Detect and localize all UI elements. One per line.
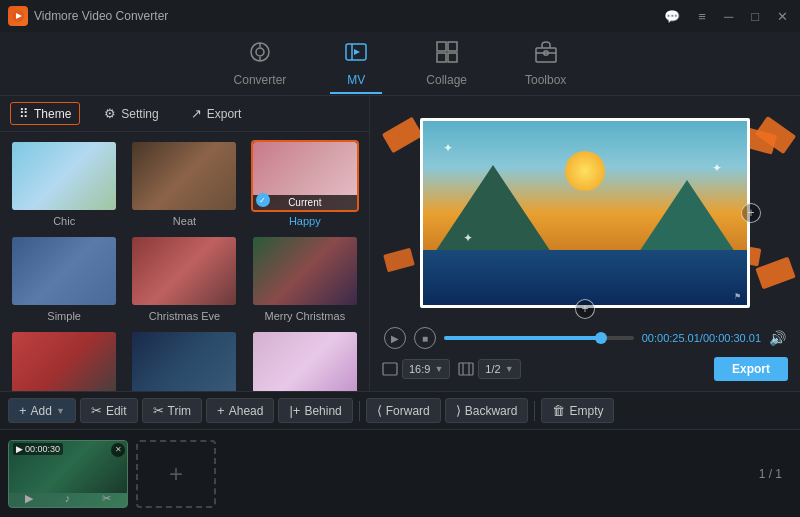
list-item[interactable]: Neat xyxy=(128,140,240,227)
list-item[interactable]: Snowy Night xyxy=(128,330,240,391)
volume-icon[interactable]: 🔊 xyxy=(769,330,786,346)
theme-thumb-merry[interactable] xyxy=(251,235,359,307)
right-panel: ✦ ✦ ✦ + + ⚑ ▶ ■ 00:00:25.01/00:00:30.01 … xyxy=(370,96,800,391)
progress-bar[interactable] xyxy=(444,336,634,340)
resolution-arrow-icon: ▼ xyxy=(505,364,514,374)
add-bottom-btn[interactable]: + xyxy=(575,299,595,319)
close-btn[interactable]: ✕ xyxy=(773,7,792,26)
left-panel: ⠿ Theme ⚙ Setting ↗ Export Chic xyxy=(0,96,370,391)
behind-button[interactable]: |+ Behind xyxy=(278,398,352,423)
trim-button[interactable]: ✂ Trim xyxy=(142,398,203,423)
nav-bar: Converter MV Collage xyxy=(0,32,800,96)
add-right-btn[interactable]: + xyxy=(741,203,761,223)
list-item[interactable]: Santa Claus xyxy=(8,330,120,391)
sparkle-1: ✦ xyxy=(443,141,453,155)
empty-label: Empty xyxy=(569,404,603,418)
resolution-value: 1/2 xyxy=(485,363,500,375)
edit-button[interactable]: ✂ Edit xyxy=(80,398,138,423)
preview-frame: ✦ ✦ ✦ + + ⚑ xyxy=(420,118,750,308)
theme-label-neat: Neat xyxy=(173,215,196,227)
theme-thumb-simple[interactable] xyxy=(10,235,118,307)
tab-theme[interactable]: ⠿ Theme xyxy=(10,102,80,125)
list-item[interactable]: Current ✓ Happy xyxy=(249,140,361,227)
trim-icon: ✂ xyxy=(153,403,164,418)
backward-icon: ⟩ xyxy=(456,403,461,418)
add-arrow-icon: ▼ xyxy=(56,406,65,416)
svg-point-3 xyxy=(256,48,264,56)
sparkle-3: ✦ xyxy=(463,231,473,245)
list-item[interactable]: Christmas Eve xyxy=(128,235,240,322)
clip-close-btn[interactable]: ✕ xyxy=(111,443,125,457)
trash-icon: 🗑 xyxy=(552,403,565,418)
nav-collage[interactable]: Collage xyxy=(412,34,481,93)
export-button[interactable]: Export xyxy=(714,357,788,381)
clip-play-icon[interactable]: ▶ xyxy=(25,492,33,505)
clip-cut-icon[interactable]: ✂ xyxy=(102,492,111,505)
theme-thumb-snowy[interactable] xyxy=(130,330,238,391)
clip-duration-icon: ▶ xyxy=(16,444,23,454)
add-label: Add xyxy=(31,404,52,418)
time-display: 00:00:25.01/00:00:30.01 xyxy=(642,332,761,344)
forward-button[interactable]: ⟨ Forward xyxy=(366,398,441,423)
minimize-btn[interactable]: ─ xyxy=(720,7,737,26)
export-arrow-icon: ↗ xyxy=(191,106,202,121)
ratio-select[interactable]: 16:9 ▼ xyxy=(402,359,450,379)
orange-deco-bl xyxy=(383,248,415,273)
theme-thumb-happy[interactable]: Current ✓ xyxy=(251,140,359,212)
mountain-left xyxy=(433,165,553,255)
list-item[interactable]: Stripes & Waves xyxy=(249,330,361,391)
resolution-select[interactable]: 1/2 ▼ xyxy=(478,359,520,379)
tab-setting[interactable]: ⚙ Setting xyxy=(96,103,166,124)
menu-icon[interactable]: ≡ xyxy=(694,7,710,26)
setting-gear-icon: ⚙ xyxy=(104,106,116,121)
tab-setting-label: Setting xyxy=(121,107,158,121)
add-clip-button[interactable]: + xyxy=(136,440,216,508)
theme-label-chic: Chic xyxy=(53,215,75,227)
ahead-button[interactable]: + Ahead xyxy=(206,398,274,423)
panel-tabs: ⠿ Theme ⚙ Setting ↗ Export xyxy=(0,96,369,132)
theme-thumb-santa[interactable] xyxy=(10,330,118,391)
nav-converter[interactable]: Converter xyxy=(220,34,301,93)
timeline-area: ▶ 00:00:30 ✕ ▶ ♪ ✂ + 1 / 1 xyxy=(0,429,800,517)
trim-label: Trim xyxy=(168,404,192,418)
title-bar: Vidmore Video Converter 💬 ≡ ─ □ ✕ xyxy=(0,0,800,32)
empty-button[interactable]: 🗑 Empty xyxy=(541,398,614,423)
bottom-toolbar: + Add ▼ ✂ Edit ✂ Trim + Ahead |+ Behind … xyxy=(0,391,800,429)
ahead-icon: + xyxy=(217,403,225,418)
tab-export-label: Export xyxy=(207,107,242,121)
res-icon-group: 1/2 ▼ xyxy=(458,359,520,379)
theme-thumb-stripes[interactable] xyxy=(251,330,359,391)
list-item[interactable]: Merry Christmas xyxy=(249,235,361,322)
ahead-label: Ahead xyxy=(229,404,264,418)
theme-thumb-neat[interactable] xyxy=(130,140,238,212)
list-item[interactable]: Chic xyxy=(8,140,120,227)
progress-fill xyxy=(444,336,601,340)
list-item[interactable]: Simple xyxy=(8,235,120,322)
forward-label: Forward xyxy=(386,404,430,418)
clip-duration-value: 00:00:30 xyxy=(25,444,60,454)
stop-button[interactable]: ■ xyxy=(414,327,436,349)
nav-toolbox[interactable]: Toolbox xyxy=(511,34,580,93)
theme-thumb-chic[interactable] xyxy=(10,140,118,212)
progress-handle[interactable] xyxy=(595,332,607,344)
theme-thumb-christmas[interactable] xyxy=(130,235,238,307)
clip-audio-icon[interactable]: ♪ xyxy=(65,492,71,505)
themes-grid: Chic Neat Current ✓ Happy xyxy=(0,132,369,391)
chat-icon[interactable]: 💬 xyxy=(660,7,684,26)
watermark: ⚑ xyxy=(734,292,741,301)
check-badge: ✓ xyxy=(256,193,270,207)
theme-label-merry: Merry Christmas xyxy=(264,310,345,322)
backward-button[interactable]: ⟩ Backward xyxy=(445,398,529,423)
nav-mv[interactable]: MV xyxy=(330,34,382,93)
nav-converter-label: Converter xyxy=(234,73,287,87)
play-button[interactable]: ▶ xyxy=(384,327,406,349)
controls-row: 16:9 ▼ 1/2 ▼ Export xyxy=(380,357,790,381)
svg-rect-7 xyxy=(437,42,446,51)
timeline-clip[interactable]: ▶ 00:00:30 ✕ ▶ ♪ ✂ xyxy=(8,440,128,508)
maximize-btn[interactable]: □ xyxy=(747,7,763,26)
theme-label-simple: Simple xyxy=(47,310,81,322)
clip-duration: ▶ 00:00:30 xyxy=(13,443,63,455)
add-button[interactable]: + Add ▼ xyxy=(8,398,76,423)
theme-label-happy: Happy xyxy=(289,215,321,227)
tab-export[interactable]: ↗ Export xyxy=(183,103,250,124)
